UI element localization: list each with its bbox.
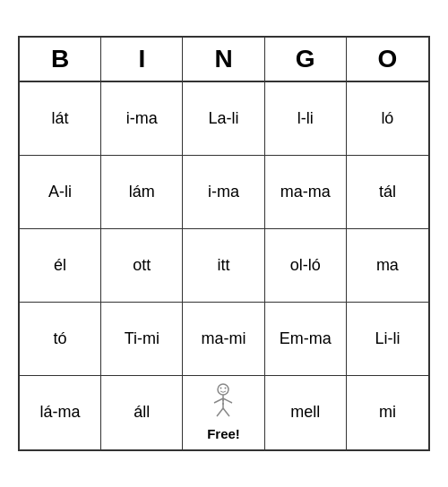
bingo-cell: lá-ma bbox=[20, 376, 101, 449]
header-letter: I bbox=[101, 38, 183, 81]
svg-line-7 bbox=[223, 408, 229, 416]
bingo-cell: La-li bbox=[183, 82, 264, 156]
bingo-cell: ol-ló bbox=[265, 229, 347, 303]
bingo-cell: tó bbox=[20, 303, 101, 376]
bingo-cell: A-li bbox=[20, 156, 101, 229]
bingo-cell: mell bbox=[265, 376, 347, 449]
header-letter: N bbox=[183, 38, 264, 81]
svg-line-6 bbox=[217, 408, 223, 416]
bingo-cell: Li-li bbox=[347, 303, 428, 376]
bingo-cell: Ti-mi bbox=[101, 303, 183, 376]
bingo-cell: ma bbox=[347, 229, 428, 303]
bingo-cell: i-ma bbox=[101, 82, 183, 156]
svg-line-5 bbox=[223, 398, 232, 403]
free-cell: Free! bbox=[183, 376, 264, 449]
bingo-cell: l-li bbox=[265, 82, 347, 156]
svg-point-8 bbox=[222, 399, 224, 401]
svg-point-2 bbox=[225, 387, 227, 389]
header-letter: B bbox=[20, 38, 101, 81]
bingo-card: BINGO láti-maLa-lil-lilóA-lilámi-mama-ma… bbox=[18, 36, 430, 451]
bingo-cell: Em-ma bbox=[265, 303, 347, 376]
bingo-cell: i-ma bbox=[183, 156, 264, 229]
bingo-cell: ma-mi bbox=[183, 303, 264, 376]
bingo-grid: láti-maLa-lil-lilóA-lilámi-mama-matálélo… bbox=[20, 82, 428, 449]
bingo-cell: ló bbox=[347, 82, 428, 156]
svg-point-1 bbox=[220, 387, 222, 389]
header-letter: O bbox=[347, 38, 428, 81]
bingo-cell: ott bbox=[101, 229, 183, 303]
bingo-cell: lát bbox=[20, 82, 101, 156]
bingo-cell: mi bbox=[347, 376, 428, 449]
svg-point-9 bbox=[222, 403, 224, 405]
svg-point-0 bbox=[218, 384, 228, 395]
bingo-cell: él bbox=[20, 229, 101, 303]
bingo-cell: itt bbox=[183, 229, 264, 303]
bingo-cell: áll bbox=[101, 376, 183, 449]
bingo-cell: ma-ma bbox=[265, 156, 347, 229]
gingerbread-icon bbox=[207, 383, 239, 423]
svg-line-4 bbox=[214, 398, 223, 403]
bingo-cell: lám bbox=[101, 156, 183, 229]
free-label: Free! bbox=[207, 425, 240, 443]
bingo-cell: tál bbox=[347, 156, 428, 229]
bingo-header: BINGO bbox=[20, 38, 428, 82]
header-letter: G bbox=[265, 38, 347, 81]
